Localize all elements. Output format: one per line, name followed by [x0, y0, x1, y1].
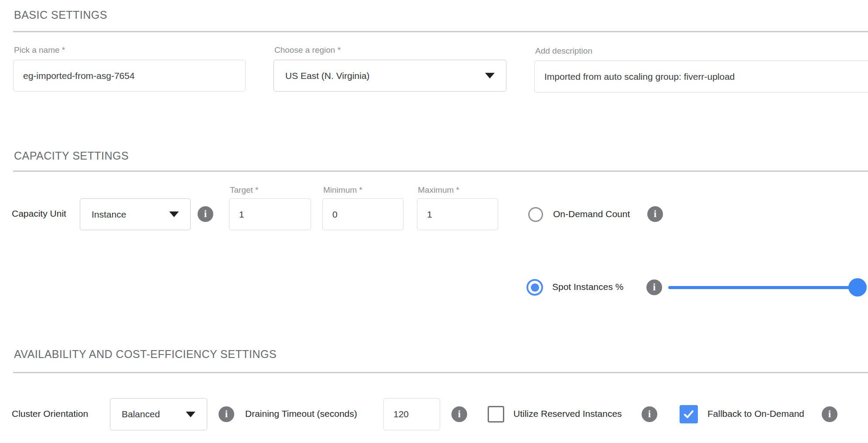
region-select-value: US East (N. Virginia)	[285, 71, 477, 81]
capacity-unit-select[interactable]: Instance	[80, 198, 191, 230]
checkmark-icon	[683, 409, 694, 420]
draining-timeout-info-icon[interactable]: i	[451, 406, 467, 422]
capacity-settings-divider	[13, 170, 868, 172]
basic-settings-divider	[13, 31, 868, 32]
chevron-down-icon	[169, 211, 179, 217]
draining-timeout-label: Draining Timeout (seconds)	[245, 409, 357, 419]
fallback-to-on-demand-label: Fallback to On-Demand	[707, 409, 804, 419]
utilize-reserved-instances-label: Utilize Reserved Instances	[513, 409, 622, 419]
spot-percentage-slider-thumb[interactable]	[848, 278, 867, 296]
description-input[interactable]	[534, 61, 868, 92]
draining-timeout-input[interactable]	[383, 398, 440, 430]
chevron-down-icon	[186, 412, 195, 417]
description-field-label: Add description	[535, 46, 592, 56]
utilize-reserved-instances-checkbox[interactable]	[488, 406, 504, 423]
availability-settings-title: AVAILABILITY AND COST-EFFICIENCY SETTING…	[14, 348, 277, 361]
minimum-field-label: Minimum *	[323, 185, 362, 195]
spot-instances-radio[interactable]	[526, 279, 543, 296]
region-select[interactable]: US East (N. Virginia)	[273, 60, 506, 92]
on-demand-count-info-icon[interactable]: i	[647, 206, 663, 222]
name-input[interactable]	[13, 60, 246, 92]
radio-dot	[531, 283, 539, 292]
fallback-to-on-demand-info-icon[interactable]: i	[822, 406, 837, 422]
capacity-unit-label: Capacity Unit	[12, 208, 66, 219]
minimum-input[interactable]	[322, 198, 403, 230]
spot-percentage-slider-track[interactable]	[668, 286, 858, 289]
cluster-orientation-label: Cluster Orientation	[12, 409, 88, 419]
utilize-reserved-instances-info-icon[interactable]: i	[642, 406, 657, 422]
basic-settings-title: BASIC SETTINGS	[14, 9, 107, 21]
maximum-field-label: Maximum *	[418, 185, 459, 195]
chevron-down-icon	[485, 73, 495, 78]
capacity-settings-title: CAPACITY SETTINGS	[14, 150, 129, 162]
fallback-to-on-demand-checkbox[interactable]	[680, 405, 698, 423]
cluster-orientation-select[interactable]: Balanced	[110, 398, 207, 430]
on-demand-count-radio[interactable]	[528, 207, 543, 222]
on-demand-count-label: On-Demand Count	[553, 209, 630, 219]
target-field-label: Target *	[230, 185, 258, 195]
spot-instances-label: Spot Instances %	[552, 282, 623, 292]
target-input[interactable]	[229, 198, 311, 230]
cluster-orientation-select-value: Balanced	[122, 409, 178, 419]
region-field-label: Choose a region *	[274, 45, 341, 55]
settings-form: BASIC SETTINGS Pick a name * Choose a re…	[0, 0, 868, 443]
spot-instances-info-icon[interactable]: i	[646, 279, 662, 295]
maximum-input[interactable]	[417, 198, 498, 230]
availability-settings-divider	[13, 372, 868, 373]
name-field-label: Pick a name *	[14, 45, 65, 55]
capacity-unit-info-icon[interactable]: i	[198, 206, 213, 222]
cluster-orientation-info-icon[interactable]: i	[219, 406, 234, 422]
capacity-unit-select-value: Instance	[92, 209, 161, 220]
